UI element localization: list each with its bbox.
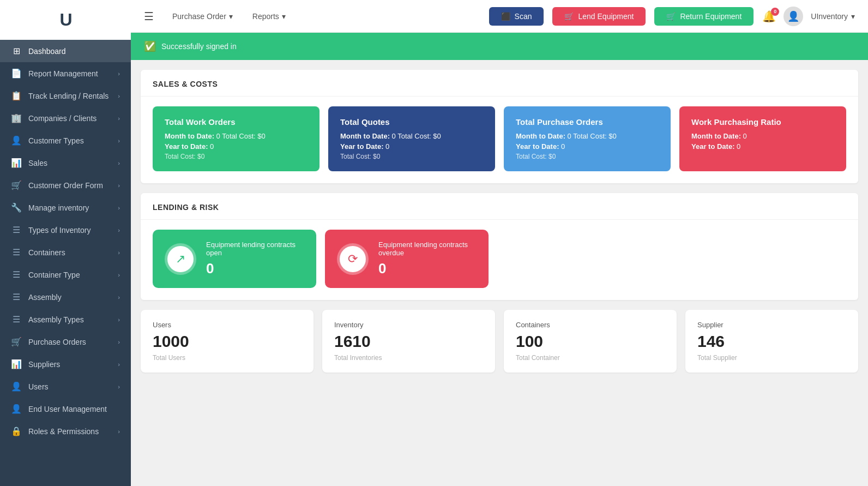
sidebar-label-sales: Sales [28, 159, 47, 167]
sidebar-icon-roles-permissions: 🔒 [11, 426, 22, 436]
sidebar-item-sales[interactable]: 📊 Sales › [0, 152, 131, 174]
lending-info-contracts-overdue: Equipment lending contracts overdue 0 [378, 241, 477, 277]
summary-label-supplier: Supplier [697, 321, 846, 329]
notification-bell[interactable]: 🔔 0 [762, 10, 776, 23]
nav-purchase-order[interactable]: Purchase Order ▾ [167, 9, 238, 24]
scan-button[interactable]: ⬛ Scan [489, 7, 544, 26]
sidebar-chevron-suppliers: › [118, 361, 120, 368]
sidebar-label-manage-inventory: Manage inventory [28, 203, 89, 212]
sidebar-item-roles-permissions[interactable]: 🔒 Roles & Permissions › [0, 420, 131, 442]
sidebar-item-report-management[interactable]: 📄 Report Management › [0, 62, 131, 85]
lend-icon: 🛒 [564, 12, 574, 21]
sidebar-chevron-sales: › [118, 160, 120, 166]
sidebar-item-end-user-management[interactable]: 👤 End User Management [0, 398, 131, 420]
hamburger-icon[interactable]: ☰ [144, 10, 154, 23]
lending-count-contracts-open: 0 [206, 260, 304, 277]
sidebar-item-track-lending[interactable]: 📋 Track Lending / Rentals › [0, 85, 131, 107]
stat-card-total-quotes: Total QuotesMonth to Date: 0 Total Cost:… [328, 106, 495, 171]
stat-month-total-quotes: Month to Date: 0 Total Cost: $0 [340, 132, 483, 140]
summary-sub-inventory: Total Inventories [334, 354, 483, 362]
alert-banner: ✅ Successfully signed in [131, 33, 868, 60]
sidebar-chevron-container-type: › [118, 272, 120, 278]
sidebar-item-manage-inventory[interactable]: 🔧 Manage inventory › [0, 196, 131, 219]
sidebar-icon-customer-order-form: 🛒 [11, 180, 22, 190]
sidebar-icon-types-of-inventory: ☰ [11, 225, 22, 235]
sidebar-item-dashboard[interactable]: ⊞ Dashboard [0, 40, 131, 62]
summary-value-containers: 100 [516, 332, 665, 351]
sidebar-item-suppliers[interactable]: 📊 Suppliers › [0, 353, 131, 375]
stat-card-total-work-orders: Total Work OrdersMonth to Date: 0 Total … [153, 106, 320, 171]
stat-card-work-purchasing-ratio: Work Purchasing RatioMonth to Date: 0Yea… [679, 106, 846, 171]
sidebar-chevron-assembly: › [118, 294, 120, 301]
lending-row: ↗ Equipment lending contracts open 0 ⟳ E… [153, 230, 846, 288]
sidebar-chevron-users: › [118, 383, 120, 390]
avatar[interactable]: 👤 [783, 7, 803, 26]
summary-value-supplier: 146 [697, 332, 846, 351]
sidebar-chevron-types-of-inventory: › [118, 227, 120, 233]
summary-stats-row: Users 1000 Total Users Inventory 1610 To… [131, 300, 868, 382]
lending-icon-inner-contracts-open: ↗ [167, 246, 194, 272]
summary-sub-containers: Total Container [516, 354, 665, 362]
lending-risk-section: LENDING & RISK ↗ Equipment lending contr… [141, 193, 858, 300]
header: ☰ Purchase Order ▾ Reports ▾ ⬛ Scan 🛒 Le… [131, 0, 868, 33]
lending-info-contracts-open: Equipment lending contracts open 0 [206, 241, 304, 277]
stat-year-cost-total-quotes: Total Cost: $0 [340, 153, 483, 160]
user-menu[interactable]: UInventory ▾ [811, 12, 855, 21]
lending-icon-inner-contracts-overdue: ⟳ [340, 246, 366, 272]
summary-sub-supplier: Total Supplier [697, 354, 846, 362]
alert-check-icon: ✅ [144, 40, 156, 52]
stat-card-total-purchase-orders: Total Purchase OrdersMonth to Date: 0 To… [504, 106, 671, 171]
stat-card-title-work-purchasing-ratio: Work Purchasing Ratio [691, 117, 834, 127]
nav-reports[interactable]: Reports ▾ [247, 9, 291, 24]
stat-month-total-work-orders: Month to Date: 0 Total Cost: $0 [165, 132, 308, 140]
sidebar-item-assembly-types[interactable]: ☰ Assembly Types › [0, 308, 131, 331]
stat-month-total-purchase-orders: Month to Date: 0 Total Cost: $0 [516, 132, 659, 140]
sidebar-item-containers[interactable]: ☰ Containers › [0, 241, 131, 263]
sidebar-label-customer-order-form: Customer Order Form [28, 181, 103, 190]
sidebar-item-purchase-orders[interactable]: 🛒 Purchase Orders › [0, 331, 131, 353]
logo-text: U [59, 10, 71, 30]
sales-costs-body: Total Work OrdersMonth to Date: 0 Total … [141, 97, 858, 183]
stat-year-total-purchase-orders: Year to Date: 0 [516, 142, 659, 151]
return-equipment-button[interactable]: 🛒 Return Equipment [654, 7, 754, 26]
sidebar-item-assembly[interactable]: ☰ Assembly › [0, 286, 131, 308]
summary-sub-users: Total Users [153, 354, 302, 362]
summary-label-inventory: Inventory [334, 321, 483, 329]
sidebar-item-customer-order-form[interactable]: 🛒 Customer Order Form › [0, 174, 131, 196]
sidebar-icon-container-type: ☰ [11, 269, 22, 280]
sidebar-chevron-purchase-orders: › [118, 339, 120, 345]
sidebar-item-types-of-inventory[interactable]: ☰ Types of Inventory › [0, 219, 131, 241]
summary-card-users: Users 1000 Total Users [141, 310, 314, 373]
sidebar-chevron-customer-order-form: › [118, 182, 120, 189]
sidebar-icon-purchase-orders: 🛒 [11, 337, 22, 347]
notification-badge: 0 [771, 8, 779, 16]
lending-card-contracts-open: ↗ Equipment lending contracts open 0 [153, 230, 316, 288]
stat-year-work-purchasing-ratio: Year to Date: 0 [691, 142, 834, 151]
sidebar: U ⊞ Dashboard 📄 Report Management › 📋 Tr… [0, 0, 131, 486]
lending-card-contracts-overdue: ⟳ Equipment lending contracts overdue 0 [325, 230, 489, 288]
sidebar-label-types-of-inventory: Types of Inventory [28, 226, 91, 235]
sidebar-icon-customer-types: 👤 [11, 135, 22, 146]
lending-label-contracts-open: Equipment lending contracts open [206, 241, 304, 257]
sidebar-nav: ⊞ Dashboard 📄 Report Management › 📋 Trac… [0, 40, 131, 486]
sidebar-label-track-lending: Track Lending / Rentals [28, 92, 108, 100]
sidebar-icon-users: 👤 [11, 381, 22, 392]
sidebar-icon-companies-clients: 🏢 [11, 113, 22, 123]
nav-reports-label: Reports [252, 12, 279, 21]
lending-risk-body: ↗ Equipment lending contracts open 0 ⟳ E… [141, 220, 858, 300]
lend-equipment-button[interactable]: 🛒 Lend Equipment [552, 7, 646, 26]
sidebar-item-customer-types[interactable]: 👤 Customer Types › [0, 129, 131, 152]
summary-value-users: 1000 [153, 332, 302, 351]
sidebar-icon-assembly: ☰ [11, 292, 22, 302]
lending-icon-circle-contracts-overdue: ⟳ [337, 243, 369, 275]
main-wrap: ☰ Purchase Order ▾ Reports ▾ ⬛ Scan 🛒 Le… [131, 0, 868, 486]
sidebar-label-suppliers: Suppliers [28, 360, 60, 369]
stat-year-total-quotes: Year to Date: 0 [340, 142, 483, 151]
alert-message: Successfully signed in [161, 42, 237, 51]
sidebar-item-users[interactable]: 👤 Users › [0, 375, 131, 398]
sidebar-item-container-type[interactable]: ☰ Container Type › [0, 263, 131, 286]
sidebar-label-assembly: Assembly [28, 293, 62, 302]
sidebar-label-dashboard: Dashboard [28, 47, 66, 56]
sidebar-item-companies-clients[interactable]: 🏢 Companies / Clients › [0, 107, 131, 129]
summary-label-users: Users [153, 321, 302, 329]
